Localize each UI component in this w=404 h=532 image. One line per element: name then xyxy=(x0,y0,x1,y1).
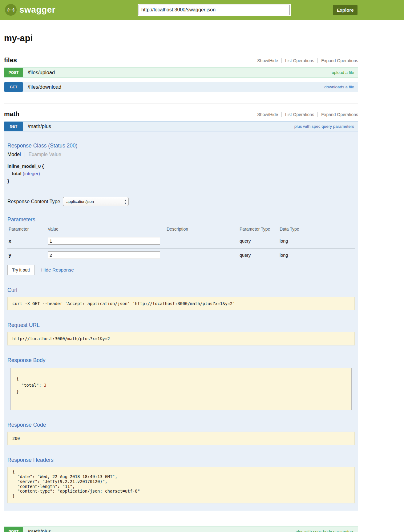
col-parameter: Parameter xyxy=(7,225,46,234)
model-tabs: Model Example Value xyxy=(7,152,355,157)
operation-summary[interactable]: plus with spec body parameters xyxy=(296,529,354,532)
math-section-controls: Show/Hide List Operations Expand Operati… xyxy=(254,112,358,117)
operation-row-files-upload[interactable]: POST /files/upload upload a file xyxy=(4,67,358,78)
tab-example-value[interactable]: Example Value xyxy=(25,152,61,157)
param-description xyxy=(165,234,238,248)
param-x-input[interactable] xyxy=(48,237,160,245)
parameters-table: Parameter Value Description Parameter Ty… xyxy=(7,225,355,262)
response-body-heading: Response Body xyxy=(7,357,355,364)
show-hide-link[interactable]: Show/Hide xyxy=(254,112,281,117)
operation-path[interactable]: /files/download xyxy=(28,84,61,90)
swagger-logo: {⋯} swagger xyxy=(5,4,55,16)
expand-operations-link[interactable]: Expand Operations xyxy=(317,112,358,117)
json-number-value: 3 xyxy=(44,383,46,388)
operation-summary[interactable]: upload a file xyxy=(332,70,354,75)
hide-response-link[interactable]: Hide Response xyxy=(41,267,74,273)
curl-command: curl -X GET --header 'Accept: applicatio… xyxy=(7,297,355,310)
model-property-name: total xyxy=(12,171,22,176)
operation-path[interactable]: /files/upload xyxy=(28,70,55,75)
get-method-badge: GET xyxy=(4,122,23,131)
section-math: math Show/Hide List Operations Expand Op… xyxy=(4,110,358,532)
param-row-x: x query long xyxy=(7,234,355,248)
param-data-type: long xyxy=(278,248,355,263)
curl-heading: Curl xyxy=(7,287,355,293)
response-code-value: 200 xyxy=(7,432,355,445)
col-data-type: Data Type xyxy=(278,225,355,234)
content-wrap: my-api files Show/Hide List Operations E… xyxy=(4,33,358,532)
col-parameter-type: Parameter Type xyxy=(238,225,278,234)
show-hide-link[interactable]: Show/Hide xyxy=(254,58,281,63)
operation-summary[interactable]: downloads a file xyxy=(324,85,354,89)
top-bar: {⋯} swagger Explore xyxy=(0,0,404,20)
response-class-heading: Response Class (Status 200) xyxy=(7,131,355,149)
list-operations-link[interactable]: List Operations xyxy=(281,112,317,117)
model-open: inline_model_0 { xyxy=(7,163,355,169)
response-headers-json: { "date": "Wed, 22 Aug 2018 18:49:13 GMT… xyxy=(7,467,355,504)
param-row-y: y query long xyxy=(7,248,355,263)
swagger-logo-text: swagger xyxy=(19,5,55,15)
param-type: query xyxy=(238,234,278,248)
col-description: Description xyxy=(165,225,238,234)
param-y-input[interactable] xyxy=(48,251,160,259)
operation-summary[interactable]: plus with spec query parameters xyxy=(294,124,354,129)
response-code-heading: Response Code xyxy=(7,422,355,428)
select-arrows-icon: ▴ ▾ xyxy=(125,199,126,205)
param-description xyxy=(165,248,238,263)
math-section-title: math xyxy=(4,110,19,118)
col-value: Value xyxy=(46,225,165,234)
parameters-heading: Parameters xyxy=(7,216,355,223)
operation-path[interactable]: /math/plus xyxy=(28,123,51,129)
response-content-type-select[interactable]: application/json ▴ ▾ xyxy=(63,197,129,206)
try-it-out-row: Try it out! Hide Response xyxy=(7,265,355,275)
operation-row-files-download[interactable]: GET /files/download downloads a file xyxy=(4,82,358,92)
selected-content-type: application/json xyxy=(66,199,94,204)
post-method-badge: POST xyxy=(4,527,23,532)
model-close: } xyxy=(7,178,355,183)
api-title: my-api xyxy=(4,33,358,43)
model-signature: inline_model_0 { total (integer) } xyxy=(7,163,355,183)
post-method-badge: POST xyxy=(4,68,23,77)
tab-model[interactable]: Model xyxy=(7,152,25,157)
get-method-badge: GET xyxy=(4,82,23,92)
response-body-json: { "total": 3 } xyxy=(10,368,352,410)
explore-button[interactable]: Explore xyxy=(333,5,358,15)
json-text: { "total": xyxy=(16,376,44,388)
param-data-type: long xyxy=(278,234,355,248)
try-it-out-button[interactable]: Try it out! xyxy=(7,265,34,275)
request-url-heading: Request URL xyxy=(7,322,355,328)
section-files: files Show/Hide List Operations Expand O… xyxy=(4,56,358,92)
operation-row-math-plus-get[interactable]: GET /math/plus plus with spec query para… xyxy=(4,121,358,131)
param-name: y xyxy=(7,248,46,263)
json-text: } xyxy=(16,389,19,394)
param-name: x xyxy=(7,234,46,248)
model-property-type: (integer) xyxy=(23,171,40,176)
operation-row-math-plus-post[interactable]: POST /math/plus plus with spec body para… xyxy=(4,526,358,532)
files-section-title: files xyxy=(4,56,17,64)
response-content-type-label: Response Content Type xyxy=(7,199,60,204)
request-url-value: http://localhost:3000/math/plus?x=1&y=2 xyxy=(7,332,355,345)
operation-detail-panel: Response Class (Status 200) Model Exampl… xyxy=(4,131,358,510)
expand-operations-link[interactable]: Expand Operations xyxy=(317,58,358,63)
response-headers-heading: Response Headers xyxy=(7,457,355,463)
operation-path[interactable]: /math/plus xyxy=(28,529,51,532)
swagger-logo-icon: {⋯} xyxy=(5,4,17,16)
files-section-controls: Show/Hide List Operations Expand Operati… xyxy=(254,58,358,63)
response-content-type-row: Response Content Type application/json ▴… xyxy=(7,197,355,206)
list-operations-link[interactable]: List Operations xyxy=(281,58,317,63)
spec-url-input[interactable] xyxy=(139,5,290,15)
param-type: query xyxy=(238,248,278,263)
section-divider xyxy=(4,103,358,103)
